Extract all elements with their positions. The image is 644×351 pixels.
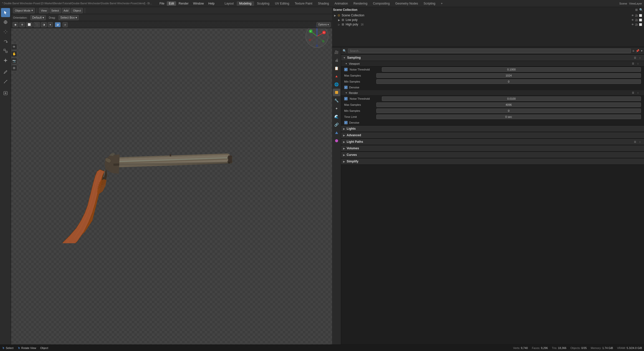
filter-icon[interactable]: ≡: [632, 49, 634, 53]
viewport-xray-toggle[interactable]: ⧄: [63, 22, 68, 27]
viewport-look-through[interactable]: 👁: [11, 44, 17, 50]
props-output-icon[interactable]: 🖨: [333, 56, 340, 64]
search-icon[interactable]: 🔍: [639, 8, 643, 12]
viewport[interactable]: Y X Z 👁 ✋: [11, 21, 332, 344]
menu-render[interactable]: Render: [177, 1, 190, 6]
tool-cursor[interactable]: [1, 18, 10, 27]
low-poly-camera-icon[interactable]: 🎥: [635, 19, 638, 21]
menu-window[interactable]: Window: [191, 1, 206, 6]
advanced-section-header[interactable]: ▶ Advanced: [341, 132, 644, 138]
props-data-icon[interactable]: [333, 129, 340, 136]
viewport-shading-solid[interactable]: ⬛: [33, 22, 40, 27]
viewport-camera[interactable]: 📷: [11, 58, 17, 64]
viewport-noise-threshold-value[interactable]: 0.1000: [382, 67, 641, 72]
viewport-expand-icon[interactable]: ↕: [636, 62, 640, 66]
tool-annotate[interactable]: [1, 67, 10, 77]
viewport-menu-icon[interactable]: ☰: [631, 62, 635, 66]
props-search-input[interactable]: [348, 49, 631, 53]
viewport-hand[interactable]: ✋: [11, 51, 17, 57]
more-icon[interactable]: ▾: [641, 49, 642, 53]
drag-selector[interactable]: Select Box ▾: [59, 15, 79, 20]
render-subsection[interactable]: ▼ Render ☰ ↕: [341, 90, 644, 96]
tool-measure[interactable]: [1, 77, 10, 86]
props-physics-icon[interactable]: 🌊: [333, 113, 340, 120]
tool-add[interactable]: [1, 89, 10, 98]
menu-edit[interactable]: Edit: [167, 1, 176, 6]
low-poly-render-icon[interactable]: ⬜: [639, 19, 642, 21]
workspace-layout[interactable]: Layout: [222, 1, 236, 6]
tool-select[interactable]: [1, 8, 10, 17]
render-menu-icon[interactable]: ☰: [631, 91, 635, 95]
workspace-modeling[interactable]: Modeling: [237, 1, 254, 6]
scene-visibility-icon[interactable]: 👁: [631, 14, 634, 17]
toolbar-view[interactable]: View: [39, 8, 49, 13]
scene-camera-icon[interactable]: 🎥: [635, 14, 638, 17]
light-paths-section-header[interactable]: ▶ Light Paths ☰ ↕: [341, 138, 644, 145]
props-constraints-icon[interactable]: 🔗: [333, 121, 340, 128]
high-poly-visibility-icon[interactable]: 👁: [631, 23, 634, 26]
low-poly-visibility-icon[interactable]: 👁: [631, 19, 634, 21]
light-paths-menu-icon[interactable]: ☰: [633, 140, 637, 144]
toolbar-select[interactable]: Select: [50, 8, 61, 13]
scene-render-icon[interactable]: ⬜: [639, 14, 642, 17]
props-scene-icon[interactable]: 🔺: [333, 73, 340, 80]
render-time-limit-value[interactable]: 0 sec: [376, 115, 641, 119]
props-particles-icon[interactable]: ✦: [333, 105, 340, 112]
viewport-denoise-checkbox[interactable]: ✓: [344, 86, 348, 89]
outline-low-poly[interactable]: ▶ ⊞ Low poly 👁 🎥 ⬜: [333, 18, 643, 22]
viewport-min-samples-value[interactable]: 0: [376, 79, 641, 84]
render-max-samples-value[interactable]: 4096: [376, 102, 641, 107]
workspace-scripting[interactable]: Scripting: [421, 1, 438, 6]
workspace-animation[interactable]: Animation: [332, 1, 350, 6]
workspace-shading[interactable]: Shading: [315, 1, 332, 6]
sampling-expand-icon[interactable]: ↕: [638, 56, 642, 60]
viewport-noise-threshold-checkbox[interactable]: ✓: [344, 68, 348, 71]
viewport-grid[interactable]: ⊞: [11, 65, 17, 71]
render-min-samples-value[interactable]: 0: [376, 109, 641, 113]
props-view-layer-icon[interactable]: 📋: [333, 64, 340, 72]
render-denoise-checkbox[interactable]: ✓: [344, 121, 348, 124]
props-world-icon[interactable]: 🌐: [333, 81, 340, 88]
outline-scene-collection[interactable]: ▶ ⊙ Scene Collection 👁 🎥 ⬜: [333, 13, 643, 18]
menu-file[interactable]: File: [157, 1, 166, 6]
viewport-overlay-toggle[interactable]: ⊕: [19, 22, 25, 27]
workspace-sculpting[interactable]: Sculpting: [255, 1, 272, 6]
workspace-compositing[interactable]: Compositing: [370, 1, 392, 6]
workspace-rendering[interactable]: Rendering: [351, 1, 370, 6]
viewport-subsection[interactable]: ▼ Viewport ☰ ↕: [341, 61, 644, 66]
curves-section-header[interactable]: ▶ Curves: [341, 152, 644, 158]
viewport-select-mode[interactable]: ◉: [13, 22, 18, 27]
workspace-texture-paint[interactable]: Texture Paint: [292, 1, 315, 6]
workspace-geometry-nodes[interactable]: Geometry Nodes: [393, 1, 421, 6]
viewport-shading-wire[interactable]: ⬜: [26, 22, 32, 27]
tool-transform[interactable]: [1, 56, 10, 65]
viewport-shading-active[interactable]: ◕: [55, 22, 61, 27]
viewport-shading-material[interactable]: ◑: [41, 22, 47, 27]
tool-scale[interactable]: [1, 46, 10, 55]
workspace-add-tab[interactable]: +: [438, 1, 445, 6]
sampling-menu-icon[interactable]: ☰: [633, 56, 637, 60]
outline-high-poly[interactable]: ▷ ⊞ High poly 16 👁 🎥 ⬜: [333, 22, 643, 27]
props-render-icon[interactable]: 🎥: [333, 48, 340, 56]
filter-icon[interactable]: ⊞: [635, 8, 638, 12]
menu-help[interactable]: Help: [206, 1, 217, 6]
props-material-icon[interactable]: [333, 137, 340, 145]
render-noise-threshold-checkbox[interactable]: ✓: [344, 97, 348, 100]
render-noise-threshold-value[interactable]: 0.0100: [382, 96, 641, 101]
toolbar-object[interactable]: Object: [71, 8, 83, 13]
viewport-shading-rendered[interactable]: ●: [48, 22, 53, 27]
viewport-max-samples-value[interactable]: 1024: [376, 73, 641, 78]
tool-move[interactable]: [1, 27, 10, 36]
render-expand-icon[interactable]: ↕: [636, 91, 640, 95]
tool-rotate[interactable]: [1, 37, 10, 46]
pin-icon[interactable]: 📌: [636, 49, 639, 53]
viewport-options[interactable]: Options ▾: [316, 22, 331, 27]
volumes-section-header[interactable]: ▶ Volumes: [341, 145, 644, 152]
light-paths-expand-icon[interactable]: ↕: [638, 140, 642, 144]
props-object-icon[interactable]: [333, 89, 340, 96]
toolbar-add[interactable]: Add: [62, 8, 70, 13]
high-poly-camera-icon[interactable]: 🎥: [635, 23, 638, 26]
lights-section-header[interactable]: ▶ Lights: [341, 125, 644, 132]
orientation-selector[interactable]: Default ▾: [30, 15, 46, 20]
simplify-section-header[interactable]: ▶ Simplify: [341, 158, 644, 165]
